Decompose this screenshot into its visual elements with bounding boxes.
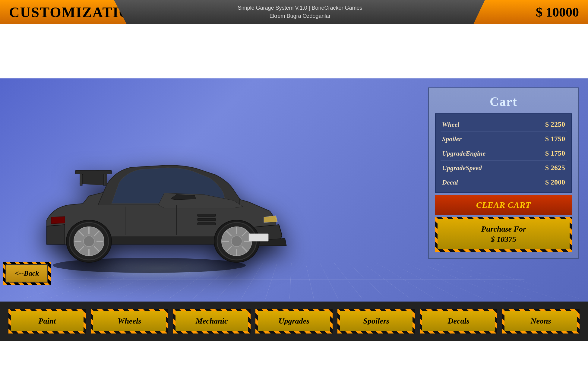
cart-item-price: $ 2000 (545, 178, 565, 186)
cart-item-price: $ 1750 (545, 149, 565, 157)
cart-item-name: Spoiler (442, 135, 462, 143)
svg-rect-2 (80, 174, 82, 185)
clear-cart-button[interactable]: Clear Cart (435, 195, 572, 215)
nav-button-label: Wheels (93, 311, 166, 331)
svg-rect-29 (198, 218, 216, 221)
preview-area (0, 24, 588, 78)
subtitle-line1: Simple Garage System V.1.0 | BoneCracker… (127, 4, 473, 12)
svg-rect-3 (103, 174, 106, 185)
svg-rect-1 (75, 170, 112, 174)
main-scene: <--Back Cart Wheel$ 2250Spoiler$ 1750Upg… (0, 78, 588, 341)
header-bar: Customization Simple Garage System V.1.0… (0, 0, 588, 24)
svg-rect-28 (198, 214, 216, 217)
purchase-label: Purchase For (481, 225, 526, 233)
nav-button-paint[interactable]: Paint (8, 309, 86, 334)
purchase-button-wrapper[interactable]: Purchase For $ 10375 (435, 217, 572, 252)
back-button[interactable]: <--Back (5, 264, 48, 283)
cart-row: UpgradeSpeed$ 2625 (441, 161, 567, 175)
cart-item-price: $ 2250 (545, 120, 565, 128)
cart-row: Spoiler$ 1750 (441, 132, 567, 146)
nav-button-label: Mechanic (175, 311, 248, 331)
nav-button-label: Neons (504, 311, 577, 331)
nav-button-label: Spoilers (340, 311, 413, 331)
cart-row: Decal$ 2000 (441, 175, 567, 189)
player-money: $ 10000 (536, 5, 579, 20)
header-title-area: Customization (0, 0, 127, 24)
cart-row: UpgradeEngine$ 1750 (441, 146, 567, 161)
subtitle-line2: Ekrem Bugra Ozdoganlar (127, 12, 473, 20)
nav-button-label: Decals (422, 311, 495, 331)
header-subtitle: Simple Garage System V.1.0 | BoneCracker… (127, 4, 473, 20)
cart-items-box: Wheel$ 2250Spoiler$ 1750UpgradeEngine$ 1… (435, 113, 572, 193)
nav-button-upgrades[interactable]: Upgrades (255, 309, 333, 334)
nav-button-wheels[interactable]: Wheels (91, 309, 168, 334)
cart-item-name: Decal (442, 179, 458, 186)
cart-item-name: UpgradeSpeed (442, 164, 482, 172)
svg-rect-30 (198, 223, 216, 225)
purchase-button[interactable]: Purchase For $ 10375 (438, 219, 570, 249)
cart-item-price: $ 1750 (545, 135, 565, 143)
header-money-area: $ 10000 (473, 0, 588, 24)
nav-button-decals[interactable]: Decals (420, 309, 497, 334)
bottom-nav: PaintWheelsMechanicUpgradesSpoilersDecal… (0, 302, 588, 341)
nav-button-label: Paint (11, 311, 84, 331)
cart-item-price: $ 2625 (545, 164, 565, 172)
svg-rect-31 (249, 234, 268, 241)
cart-panel: Cart Wheel$ 2250Spoiler$ 1750UpgradeEngi… (428, 87, 579, 259)
back-button-wrapper[interactable]: <--Back (3, 262, 51, 285)
purchase-amount: $ 10375 (491, 235, 517, 244)
nav-button-mechanic[interactable]: Mechanic (173, 309, 251, 334)
nav-button-label: Upgrades (258, 311, 330, 331)
cart-item-name: Wheel (442, 121, 459, 128)
cart-row: Wheel$ 2250 (441, 117, 567, 132)
car-display (15, 87, 302, 305)
svg-point-27 (231, 236, 242, 247)
page-title: Customization (9, 4, 142, 21)
nav-button-spoilers[interactable]: Spoilers (337, 309, 415, 334)
svg-point-15 (84, 236, 94, 247)
cart-title: Cart (435, 94, 572, 109)
cart-item-name: UpgradeEngine (442, 150, 485, 157)
nav-button-neons[interactable]: Neons (502, 309, 580, 334)
